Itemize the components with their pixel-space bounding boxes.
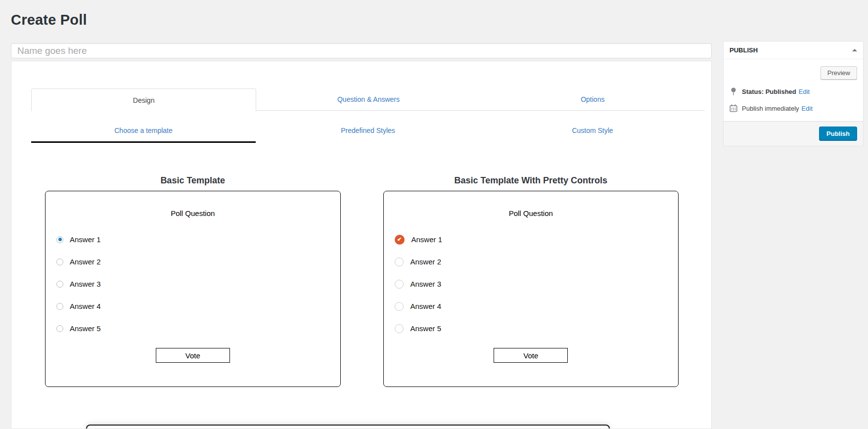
schedule-row: Publish immediately Edit [730, 104, 857, 112]
radio-icon[interactable] [56, 258, 63, 265]
answer-label: Answer 1 [70, 235, 101, 244]
answer-label: Answer 4 [70, 302, 101, 310]
publish-panel-footer: Publish [724, 121, 863, 146]
main-content: Design Question & Answers Options Choose… [11, 43, 712, 429]
answer-label: Answer 2 [70, 257, 101, 266]
next-template-card-peek [86, 425, 610, 429]
answer-label: Answer 1 [411, 235, 443, 244]
template-card-pretty[interactable]: Poll Question Answer 1 Answer 2 [383, 191, 679, 387]
radio-selected-icon[interactable] [56, 236, 63, 243]
publish-panel: PUBLISH Preview Status: [723, 41, 864, 146]
answer-row[interactable]: Answer 3 [395, 273, 668, 295]
subtab-choose-template[interactable]: Choose a template [31, 127, 256, 143]
subtab-custom-style[interactable]: Custom Style [480, 127, 705, 143]
tab-question-answers[interactable]: Question & Answers [256, 88, 480, 110]
radio-icon[interactable] [395, 257, 404, 266]
status-text: Status: Published [742, 88, 796, 95]
publish-panel-header[interactable]: PUBLISH [724, 42, 863, 59]
answer-row[interactable]: Answer 1 [395, 228, 668, 251]
subtab-predefined-styles[interactable]: Predefined Styles [256, 127, 480, 143]
vote-button[interactable]: Vote [494, 348, 568, 363]
answer-label: Answer 3 [70, 280, 101, 288]
answer-row[interactable]: Answer 5 [395, 317, 668, 340]
sidebar: PUBLISH Preview Status: [723, 41, 864, 146]
publish-button[interactable]: Publish [819, 127, 857, 141]
template-pretty: Basic Template With Pretty Controls Poll… [383, 175, 679, 387]
poll-name-input[interactable] [11, 43, 712, 58]
answer-row[interactable]: Answer 4 [56, 295, 329, 317]
answer-label: Answer 3 [411, 280, 442, 288]
answer-row[interactable]: Answer 3 [56, 273, 329, 295]
status-edit-link[interactable]: Edit [799, 88, 810, 95]
radio-icon[interactable] [56, 281, 63, 288]
vote-button[interactable]: Vote [156, 348, 230, 363]
pin-icon [730, 87, 737, 96]
preview-button[interactable]: Preview [821, 66, 857, 80]
schedule-text: Publish immediately [742, 105, 799, 112]
answer-row[interactable]: Answer 1 [56, 228, 329, 251]
radio-icon[interactable] [56, 303, 63, 310]
poll-question: Poll Question [395, 209, 668, 217]
poll-question: Poll Question [56, 209, 329, 217]
main-tabs: Design Question & Answers Options [31, 88, 705, 111]
tab-design[interactable]: Design [31, 88, 256, 111]
answer-row[interactable]: Answer 2 [56, 251, 329, 273]
answer-row[interactable]: Answer 4 [395, 295, 668, 317]
radio-icon[interactable] [395, 302, 404, 311]
schedule-edit-link[interactable]: Edit [802, 105, 813, 112]
template-title: Basic Template With Pretty Controls [383, 175, 679, 186]
answer-label: Answer 4 [411, 302, 442, 310]
template-card-basic[interactable]: Poll Question Answer 1 Answer 2 [45, 191, 341, 387]
answer-row[interactable]: Answer 2 [395, 251, 668, 273]
answer-label: Answer 5 [70, 324, 101, 333]
admin-page: Create Poll Design Question & Answers Op… [0, 0, 868, 429]
answer-row[interactable]: Answer 5 [56, 317, 329, 340]
radio-icon[interactable] [395, 280, 404, 289]
poll-editor-box: Design Question & Answers Options Choose… [11, 61, 712, 429]
answer-label: Answer 5 [411, 324, 442, 333]
template-basic: Basic Template Poll Question Answer 1 [45, 175, 341, 387]
calendar-icon [730, 104, 737, 112]
triangle-up-icon[interactable] [852, 49, 857, 51]
page-title: Create Poll [11, 12, 868, 28]
answer-label: Answer 2 [411, 257, 442, 266]
template-title: Basic Template [45, 175, 341, 186]
radio-icon[interactable] [395, 324, 404, 333]
tab-options[interactable]: Options [481, 88, 705, 110]
publish-panel-title: PUBLISH [730, 46, 758, 54]
check-icon[interactable] [395, 235, 405, 245]
design-subtabs: Choose a template Predefined Styles Cust… [31, 127, 705, 143]
radio-icon[interactable] [56, 325, 63, 332]
status-row: Status: Published Edit [730, 87, 857, 96]
